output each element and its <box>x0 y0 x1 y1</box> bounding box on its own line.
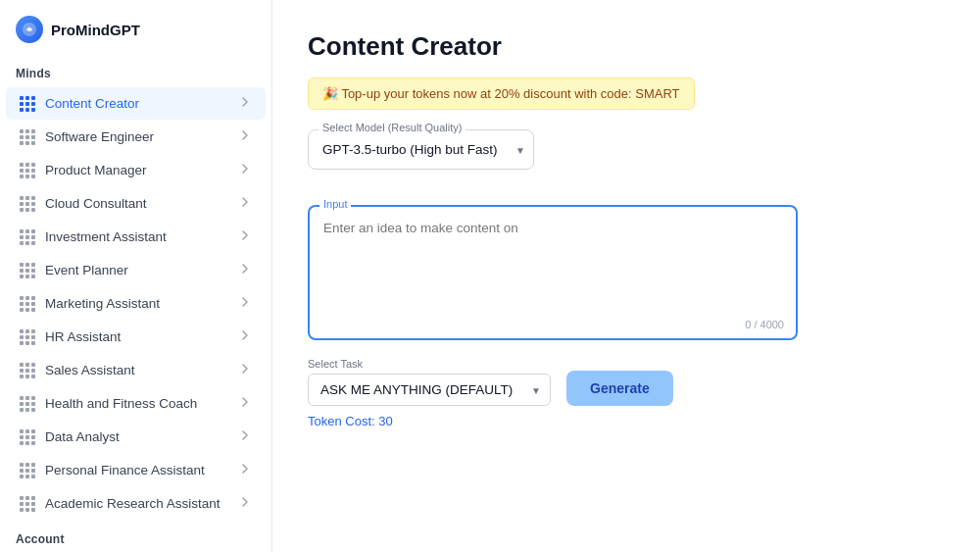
chevron-right-icon <box>238 462 252 478</box>
input-section: Input 0 / 4000 <box>308 205 945 340</box>
sidebar-item-sales-assistant[interactable]: Sales Assistant <box>6 354 266 386</box>
chevron-right-icon <box>238 295 252 312</box>
chevron-right-icon <box>238 428 252 445</box>
main-content: Content Creator 🎉 Top-up your tokens now… <box>272 0 980 552</box>
generate-button[interactable]: Generate <box>566 371 673 406</box>
chevron-right-icon <box>238 395 252 412</box>
sidebar-item-hr-assistant[interactable]: HR Assistant <box>6 321 266 353</box>
chevron-right-icon <box>238 228 252 245</box>
model-select[interactable]: GPT-3.5-turbo (High but Fast)GPT-4 (High… <box>313 134 529 165</box>
logo-text: ProMindGPT <box>51 22 140 38</box>
sidebar-item-cloud-consultant[interactable]: Cloud Consultant <box>6 187 266 220</box>
sidebar: ProMindGPT Minds Content CreatorSoftware… <box>0 0 272 552</box>
grid-icon <box>20 229 35 245</box>
sidebar-item-academic-research-assistant[interactable]: Academic Research Assistant <box>6 487 266 520</box>
chevron-right-icon <box>238 328 252 345</box>
grid-icon <box>20 129 35 145</box>
sidebar-item-event-planner[interactable]: Event Planner <box>6 254 266 286</box>
model-select-section: Select Model (Result Quality) GPT-3.5-tu… <box>308 129 945 187</box>
task-select-field: Select Task ASK ME ANYTHING (DEFAULT)Blo… <box>308 358 551 406</box>
grid-icon <box>20 496 35 512</box>
sidebar-item-investment-assistant[interactable]: Investment Assistant <box>6 221 266 253</box>
minds-section-label: Minds <box>0 55 271 86</box>
model-select-fieldset: Select Model (Result Quality) GPT-3.5-tu… <box>308 129 534 170</box>
task-select[interactable]: ASK ME ANYTHING (DEFAULT)Blog PostSocial… <box>308 374 551 406</box>
grid-icon <box>20 363 35 378</box>
page-title: Content Creator <box>308 31 945 62</box>
task-field-label: Select Task <box>308 358 551 370</box>
grid-icon <box>20 196 35 212</box>
task-row: Select Task ASK ME ANYTHING (DEFAULT)Blo… <box>308 358 945 406</box>
input-textarea[interactable] <box>310 207 796 334</box>
model-field-label: Select Model (Result Quality) <box>318 122 466 133</box>
sidebar-item-product-manager[interactable]: Product Manager <box>6 154 266 186</box>
sidebar-item-label: Cloud Consultant <box>45 196 228 211</box>
chevron-right-icon <box>238 128 252 145</box>
grid-icon <box>20 296 35 312</box>
chevron-right-icon <box>238 95 252 112</box>
sidebar-item-label: Health and Fitness Coach <box>45 396 228 411</box>
grid-icon <box>20 463 35 478</box>
sidebar-item-label: Personal Finance Assistant <box>45 463 228 477</box>
sidebar-item-label: Investment Assistant <box>45 229 228 244</box>
sidebar-item-personal-finance-assistant[interactable]: Personal Finance Assistant <box>6 454 266 486</box>
sidebar-item-content-creator[interactable]: Content Creator <box>6 87 266 120</box>
grid-icon <box>20 329 35 345</box>
sidebar-item-label: HR Assistant <box>45 329 228 344</box>
sidebar-item-label: Event Planner <box>45 263 228 277</box>
account-section-label: Account <box>0 521 271 552</box>
input-label: Input <box>319 198 351 210</box>
sidebar-item-label: Academic Research Assistant <box>45 496 228 511</box>
sidebar-item-label: Data Analyst <box>45 429 228 444</box>
chevron-right-icon <box>238 195 252 212</box>
sidebar-item-health-fitness-coach[interactable]: Health and Fitness Coach <box>6 387 266 420</box>
chevron-right-icon <box>238 362 252 378</box>
grid-icon <box>20 263 35 278</box>
logo-area: ProMindGPT <box>0 0 271 55</box>
sidebar-minds-list: Content CreatorSoftware EngineerProduct … <box>0 86 271 521</box>
grid-icon <box>20 96 35 112</box>
token-cost: Token Cost: 30 <box>308 414 945 428</box>
sidebar-item-data-analyst[interactable]: Data Analyst <box>6 421 266 453</box>
grid-icon <box>20 396 35 412</box>
chevron-right-icon <box>238 162 252 178</box>
sidebar-item-label: Software Engineer <box>45 129 228 144</box>
chevron-right-icon <box>238 262 252 278</box>
chevron-right-icon <box>238 495 252 512</box>
sidebar-item-marketing-assistant[interactable]: Marketing Assistant <box>6 287 266 320</box>
char-count: 0 / 4000 <box>745 319 784 330</box>
sidebar-item-label: Sales Assistant <box>45 363 228 377</box>
sidebar-item-software-engineer[interactable]: Software Engineer <box>6 121 266 153</box>
grid-icon <box>20 429 35 445</box>
input-box: Input 0 / 4000 <box>308 205 798 340</box>
promo-banner: 🎉 Top-up your tokens now at 20% discount… <box>308 77 695 110</box>
sidebar-item-label: Product Manager <box>45 163 228 177</box>
logo-icon <box>16 16 43 43</box>
sidebar-item-label: Marketing Assistant <box>45 296 228 311</box>
sidebar-item-label: Content Creator <box>45 96 228 111</box>
grid-icon <box>20 163 35 178</box>
